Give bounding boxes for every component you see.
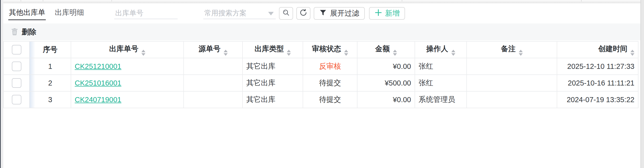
orders-grid: 序号出库单号源单号出库类型审核状态金额操作人备注创建时间1CK251210001… — [3, 41, 640, 108]
sort-icon[interactable] — [393, 50, 397, 56]
search-scheme-select[interactable] — [203, 8, 276, 19]
search-scheme-input[interactable] — [203, 8, 276, 19]
caret-down-icon — [268, 12, 274, 15]
caret-up-icon — [519, 50, 523, 52]
cell-order_no: CK240719001 — [71, 91, 184, 108]
cell-operator: 张红 — [415, 75, 467, 91]
window-top-edge — [0, 0, 644, 3]
col-header-label: 序号 — [43, 45, 58, 53]
col-header-label: 出库单号 — [109, 45, 138, 53]
sort-icon[interactable] — [344, 50, 348, 56]
top-edge-separator — [21, 0, 21, 2]
tab-other-outbound-orders[interactable]: 其他出库单 — [8, 6, 46, 21]
sort-icon[interactable] — [141, 50, 145, 56]
cell-seq: 1 — [29, 58, 71, 75]
cell-amount: ¥500.00 — [357, 75, 415, 91]
delete-button-label: 删除 — [22, 27, 36, 37]
top-edge-separator — [581, 0, 582, 2]
order-no-input[interactable] — [114, 8, 178, 19]
orders-table: 序号出库单号源单号出库类型审核状态金额操作人备注创建时间1CK251210001… — [3, 41, 638, 108]
content-panel: 其他出库单 出库明细 — [3, 3, 640, 168]
col-header-label: 备注 — [501, 45, 516, 53]
col-header-label: 创建时间 — [598, 45, 627, 53]
col-header-label: 金额 — [375, 45, 390, 53]
cell-remark — [467, 91, 557, 108]
add-button[interactable]: 新增 — [369, 7, 405, 20]
caret-down-icon — [519, 53, 523, 56]
tab-bar: 其他出库单 出库明细 — [8, 6, 85, 21]
sort-icon[interactable] — [451, 50, 455, 56]
caret-up-icon — [630, 50, 634, 52]
search-button[interactable] — [279, 7, 293, 20]
header-row: 序号出库单号源单号出库类型审核状态金额操作人备注创建时间 — [4, 41, 638, 58]
cell-out_type: 其它出库 — [243, 75, 303, 91]
caret-down-icon — [393, 53, 397, 56]
col-header-audit_status[interactable]: 审核状态 — [303, 41, 357, 58]
col-header-operator[interactable]: 操作人 — [415, 41, 467, 58]
row-checkbox[interactable] — [12, 95, 21, 104]
sort-icon[interactable] — [224, 50, 228, 56]
checkbox-cell — [4, 58, 29, 75]
col-header-source_no[interactable]: 源单号 — [184, 41, 243, 58]
caret-down-icon — [287, 53, 291, 56]
cell-audit_status: 待提交 — [303, 75, 357, 91]
caret-down-icon — [141, 53, 145, 56]
col-header-out_type[interactable]: 出库类型 — [243, 41, 303, 58]
order-no-link[interactable]: CK251016001 — [75, 79, 121, 87]
tab-outbound-details[interactable]: 出库明细 — [54, 6, 85, 21]
audit-status-text: 反审核 — [319, 62, 341, 70]
cell-order_no: CK251016001 — [71, 75, 184, 91]
cell-amount: ¥0.00 — [357, 91, 415, 108]
order-no-link[interactable]: CK240719001 — [75, 96, 121, 104]
cell-order_no: CK251210001 — [71, 58, 184, 75]
checkbox-header-cell — [4, 41, 29, 58]
caret-up-icon — [344, 50, 348, 52]
caret-up-icon — [393, 50, 397, 52]
col-header-label: 审核状态 — [312, 45, 341, 53]
sort-icon[interactable] — [287, 50, 291, 56]
caret-up-icon — [287, 50, 291, 52]
col-header-remark[interactable]: 备注 — [467, 41, 557, 58]
cell-seq: 2 — [29, 75, 71, 91]
cell-remark — [467, 75, 557, 91]
col-header-order_no[interactable]: 出库单号 — [71, 41, 184, 58]
delete-button[interactable]: 删除 — [10, 27, 36, 37]
sort-icon[interactable] — [630, 50, 634, 56]
table-row: 1CK251210001其它出库反审核¥0.00张红2025-12-10 11:… — [4, 58, 638, 75]
top-edge-separator — [43, 0, 43, 2]
grid-action-bar: 删除 — [3, 23, 640, 40]
sort-icon[interactable] — [519, 50, 523, 56]
col-header-label: 源单号 — [199, 45, 221, 53]
cell-out_type: 其它出库 — [243, 58, 303, 75]
caret-down-icon — [344, 53, 348, 56]
col-header-label: 出库类型 — [255, 45, 284, 53]
caret-up-icon — [451, 50, 455, 52]
cell-audit_status: 待提交 — [303, 91, 357, 108]
col-header-amount[interactable]: 金额 — [357, 41, 415, 58]
checkbox-cell — [4, 75, 29, 91]
row-checkbox[interactable] — [12, 78, 21, 88]
sidebar-edge — [0, 0, 1, 168]
header-toolbar: 其他出库单 出库明细 — [3, 3, 640, 23]
refresh-icon — [299, 8, 308, 19]
filter-funnel-icon — [319, 9, 327, 18]
order-no-link[interactable]: CK251210001 — [75, 62, 121, 70]
cell-source_no — [184, 75, 243, 91]
cell-created_at: 2024-07-19 13:35:22 — [557, 91, 638, 108]
cell-source_no — [184, 58, 243, 75]
col-header-created_at[interactable]: 创建时间 — [557, 41, 638, 58]
refresh-button[interactable] — [296, 7, 310, 20]
select-all-checkbox[interactable] — [12, 45, 21, 54]
vertical-scrollbar[interactable] — [640, 0, 644, 168]
cell-seq: 3 — [29, 91, 71, 108]
cell-out_type: 其它出库 — [243, 91, 303, 108]
col-header-seq: 序号 — [29, 41, 71, 58]
cell-remark — [467, 58, 557, 75]
expand-filter-button[interactable]: 展开过滤 — [314, 7, 365, 20]
trash-icon — [10, 27, 19, 37]
col-header-label: 操作人 — [426, 45, 448, 53]
cell-source_no — [184, 91, 243, 108]
row-checkbox[interactable] — [12, 62, 21, 71]
plus-icon — [374, 9, 382, 18]
table-row: 3CK240719001其它出库待提交¥0.00系统管理员2024-07-19 … — [4, 91, 638, 108]
